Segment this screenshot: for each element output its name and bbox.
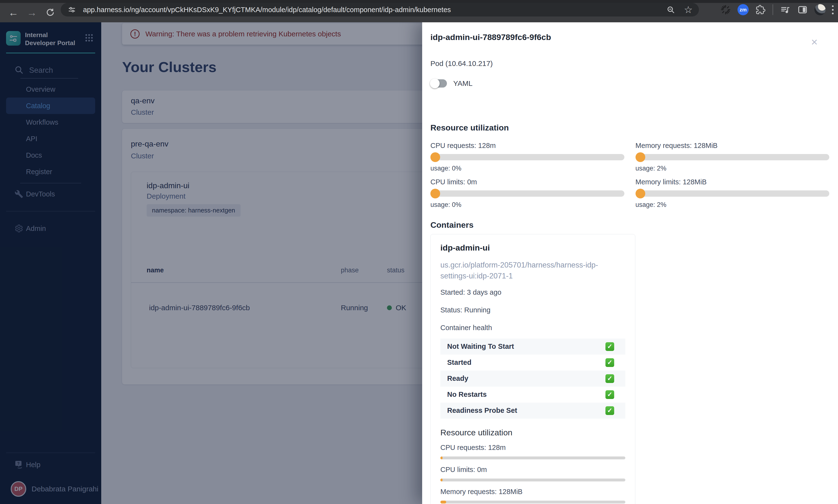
meter-memory-requests: Memory requests: 128MiB usage: 2% [635, 142, 830, 178]
thin-meter-fill [440, 501, 446, 504]
container-name: idp-admin-ui [440, 243, 625, 252]
meter-cpu-requests: CPU requests: 128m usage: 0% [431, 142, 624, 178]
pod-details-drawer: idp-admin-ui-7889789fc6-9f6cb × Pod (10.… [422, 22, 838, 504]
modal-dim-overlay[interactable] [0, 22, 422, 504]
zoom-extension-icon[interactable]: zm [737, 4, 749, 15]
container-health-heading: Container health [440, 324, 625, 332]
thin-meter-track [440, 501, 625, 504]
container-image: us.gcr.io/platform-205701/harness/harnes… [440, 260, 606, 282]
meter-knob [635, 189, 645, 198]
yaml-toggle-knob [430, 78, 440, 88]
thin-meter-fill [440, 456, 442, 460]
check-icon: ✓ [606, 374, 614, 383]
bookmark-star-icon[interactable]: ☆ [684, 5, 693, 15]
back-icon[interactable]: ← [5, 3, 22, 22]
site-settings-tune-icon[interactable] [67, 5, 77, 15]
meter-knob [431, 189, 440, 198]
zoom-out-magnifier-icon[interactable] [666, 5, 676, 15]
url-text[interactable]: app.harness.io/ng/account/vpCkHKsDSxK9_K… [83, 6, 661, 14]
toolbar-extensions-area: zm [720, 3, 834, 17]
container-started: Started: 3 days ago [440, 288, 625, 296]
containers-heading: Containers [431, 220, 829, 230]
health-row-readiness-probe: Readiness Probe Set ✓ [440, 402, 625, 419]
window-top-edge [0, 0, 838, 3]
pod-subtitle: Pod (10.64.10.217) [431, 59, 829, 68]
check-icon: ✓ [606, 406, 614, 415]
meter-knob [635, 152, 645, 162]
container-resource-heading: Resource utilization [440, 428, 625, 437]
check-icon: ✓ [606, 342, 614, 351]
meter-cpu-limits: CPU limits: 0m usage: 0% [431, 178, 624, 214]
health-row-not-waiting: Not Waiting To Start ✓ [440, 339, 625, 355]
container-card: idp-admin-ui us.gcr.io/platform-205701/h… [431, 234, 635, 504]
meter-knob [431, 152, 440, 162]
reload-icon[interactable] [42, 3, 59, 22]
check-icon: ✓ [606, 358, 614, 367]
meter-track [431, 191, 624, 197]
browser-menu-icon[interactable] [832, 5, 834, 14]
loading-extension-icon[interactable] [720, 4, 731, 15]
thin-meter-track [440, 479, 625, 482]
container-health-list: Not Waiting To Start ✓ Started ✓ Ready ✓… [440, 339, 625, 419]
thin-meter-track [440, 456, 625, 460]
meter-track [431, 154, 624, 160]
close-icon[interactable]: × [811, 36, 818, 48]
check-icon: ✓ [606, 390, 614, 399]
side-panel-icon[interactable] [797, 4, 808, 15]
toolbar-separator [772, 4, 773, 15]
drawer-title: idp-admin-ui-7889789fc6-9f6cb [431, 33, 829, 42]
resource-meters: CPU requests: 128m usage: 0% Memory requ… [431, 142, 829, 214]
meter-track [635, 154, 830, 160]
meter-memory-limits: Memory limits: 128MiB usage: 2% [635, 178, 830, 214]
meter-track [635, 191, 830, 197]
resource-utilization-heading: Resource utilization [431, 123, 829, 132]
health-row-ready: Ready ✓ [440, 371, 625, 386]
forward-icon[interactable]: → [23, 3, 40, 22]
address-bar[interactable]: app.harness.io/ng/account/vpCkHKsDSxK9_K… [61, 3, 699, 17]
health-row-no-restarts: No Restarts ✓ [440, 386, 625, 402]
yaml-toggle[interactable] [431, 79, 447, 88]
health-row-started: Started ✓ [440, 355, 625, 371]
extensions-puzzle-icon[interactable] [755, 4, 766, 15]
media-playlist-icon[interactable] [780, 4, 791, 15]
thin-meter-fill [440, 479, 442, 482]
yaml-toggle-label: YAML [453, 79, 472, 88]
browser-profile-avatar[interactable] [815, 4, 826, 15]
container-status: Status: Running [440, 306, 625, 314]
